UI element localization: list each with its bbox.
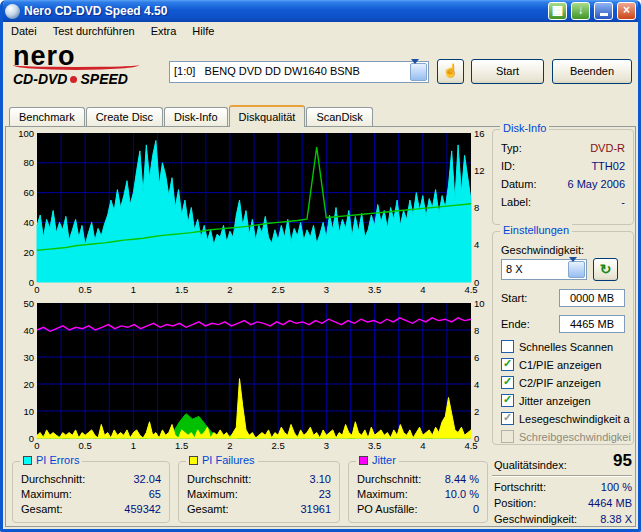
pi-failures-jitter-chart: 01020304050024681000.511.522.533.544.5	[10, 299, 488, 453]
tab-disk-info[interactable]: Disk-Info	[164, 107, 227, 126]
checkbox-label: C2/PIF anzeigen	[519, 377, 601, 389]
jitter-group: Jitter Durchschnitt:8.44 % Maximum:10.0 …	[348, 461, 488, 523]
check-icon: ✓	[503, 375, 512, 388]
status-label: Fortschritt:	[494, 481, 546, 493]
svg-text:4.5: 4.5	[464, 284, 477, 295]
stat-row: PO Ausfälle:0	[357, 503, 479, 515]
close-button[interactable]: ×	[617, 2, 636, 20]
checkbox-label: Schreibgeschwindigkei	[519, 431, 631, 443]
svg-text:2: 2	[227, 440, 232, 451]
jitter-legend-icon	[359, 456, 368, 465]
svg-text:80: 80	[23, 157, 34, 168]
speed-label: Geschwindigkeit:	[501, 244, 584, 256]
disk-info-row-label: Label: -	[501, 196, 625, 208]
start-button[interactable]: Start	[471, 59, 544, 84]
settings-title: Einstellungen	[500, 224, 572, 236]
svg-text:16: 16	[474, 129, 485, 139]
svg-text:4: 4	[420, 284, 425, 295]
menu-extra[interactable]: Extra	[143, 22, 185, 41]
stat-row: Durchschnitt:8.44 %	[357, 473, 479, 485]
disk-info-row-id: ID: TTH02	[501, 160, 625, 172]
checkbox-c1-pie[interactable]: ✓ C1/PIE anzeigen	[501, 358, 602, 371]
check-icon: ✓	[503, 411, 512, 424]
svg-text:1.5: 1.5	[175, 440, 188, 451]
logo-cddvd: CD-DVD	[13, 71, 67, 87]
end-position-field[interactable]: 4465 MB	[559, 315, 625, 333]
refresh-speed-button[interactable]: ↻	[593, 258, 618, 281]
pi-failures-legend-icon	[189, 456, 198, 465]
chevron-down-icon	[569, 257, 577, 283]
group-title: PI Errors	[36, 454, 79, 466]
client-area: nero CD-DVD SPEED [1:0] BENQ DVD DD DW16…	[3, 41, 638, 529]
hand-icon: ☝	[442, 63, 458, 78]
menu-datei[interactable]: Datei	[3, 22, 45, 41]
svg-text:1.5: 1.5	[175, 284, 188, 295]
start-position-label: Start:	[501, 292, 527, 304]
check-icon: ✓	[503, 393, 512, 406]
quality-index: Qualitätsindex: 95	[492, 451, 634, 471]
logo-red-dot-icon	[70, 76, 77, 83]
disk-info-group: Disk-Info Typ: DVD-R ID: TTH02 Datum: 6 …	[492, 129, 634, 225]
pi-errors-chart: 020406080100048121600.511.522.533.544.5	[10, 129, 488, 297]
drive-selector[interactable]: [1:0] BENQ DVD DD DW1640 BSNB	[169, 61, 429, 83]
svg-text:8: 8	[474, 325, 479, 336]
row-label: Label:	[501, 196, 531, 208]
checkbox-schnelles-scannen[interactable]: ✓ Schnelles Scannen	[501, 340, 613, 353]
end-position-label: Ende:	[501, 318, 530, 330]
hand-button[interactable]: ☝	[437, 59, 464, 84]
svg-text:6: 6	[474, 352, 479, 363]
svg-text:1: 1	[131, 440, 136, 451]
checkbox-c2-pif[interactable]: ✓ C2/PIF anzeigen	[501, 376, 601, 389]
svg-text:50: 50	[23, 299, 34, 309]
svg-text:8: 8	[474, 202, 479, 213]
svg-text:2.5: 2.5	[271, 284, 284, 295]
row-label: Datum:	[501, 178, 536, 190]
quit-button[interactable]: Beenden	[552, 59, 632, 84]
minimize-button[interactable]	[594, 2, 613, 20]
check-icon: ✓	[503, 357, 512, 370]
title-bar[interactable]: Nero CD-DVD Speed 4.50 ▦ ↓ ×	[0, 0, 641, 22]
speed-select-dropdown-button[interactable]	[568, 261, 585, 278]
quality-index-label: Qualitätsindex:	[494, 459, 567, 471]
checkbox-box: ✓	[501, 394, 514, 407]
svg-text:2.5: 2.5	[271, 440, 284, 451]
logo-speed: SPEED	[80, 71, 127, 87]
checkbox-label: C1/PIE anzeigen	[519, 359, 602, 371]
disk-info-row-datum: Datum: 6 May 2006	[501, 178, 625, 190]
checkbox-jitter[interactable]: ✓ Jitter anzeigen	[501, 394, 591, 407]
titlebar-extra-button-1[interactable]: ▦	[548, 2, 567, 20]
row-value: TTH02	[591, 160, 625, 172]
settings-group: Einstellungen Geschwindigkeit: 8 X ↻ Sta…	[492, 231, 634, 445]
close-icon: ×	[623, 3, 630, 17]
svg-text:20: 20	[23, 247, 34, 258]
tab-benchmark[interactable]: Benchmark	[9, 107, 85, 126]
start-position-field[interactable]: 0000 MB	[559, 289, 625, 307]
menu-hilfe[interactable]: Hilfe	[184, 22, 222, 41]
titlebar-extra-button-2[interactable]: ↓	[571, 2, 590, 20]
tab-create-disc[interactable]: Create Disc	[86, 107, 163, 126]
group-title: Jitter	[372, 454, 396, 466]
checkbox-schreibgeschwindigkeit[interactable]: ✓ Schreibgeschwindigkei	[501, 430, 631, 443]
svg-text:30: 30	[23, 352, 34, 363]
svg-text:3: 3	[324, 440, 329, 451]
stat-row: Durchschnitt:3.10	[187, 473, 331, 485]
tab-strip: Benchmark Create Disc Disk-Info Diskqual…	[9, 105, 374, 126]
svg-text:0.5: 0.5	[79, 440, 92, 451]
menu-test-durchfuehren[interactable]: Test durchführen	[45, 22, 143, 41]
chevron-down-icon	[411, 59, 419, 85]
svg-text:0: 0	[34, 284, 39, 295]
tab-diskqualitaet[interactable]: Diskqualität	[229, 105, 306, 127]
svg-text:60: 60	[23, 187, 34, 198]
checkbox-lesegeschwindigkeit[interactable]: ✓ Lesegeschwindigkeit a	[501, 412, 630, 425]
drive-selector-value: [1:0] BENQ DVD DD DW1640 BSNB	[174, 65, 360, 77]
download-icon: ↓	[578, 3, 584, 17]
speed-select[interactable]: 8 X	[501, 259, 587, 280]
row-value: DVD-R	[590, 142, 625, 154]
tab-scandisk[interactable]: ScanDisk	[306, 107, 372, 126]
status-position: Position: 4464 MB	[494, 497, 632, 509]
drive-selector-dropdown-button[interactable]	[410, 63, 427, 81]
svg-text:12: 12	[474, 165, 485, 176]
svg-text:3: 3	[324, 284, 329, 295]
stat-row: Maximum:65	[21, 488, 161, 500]
svg-text:20: 20	[23, 379, 34, 390]
